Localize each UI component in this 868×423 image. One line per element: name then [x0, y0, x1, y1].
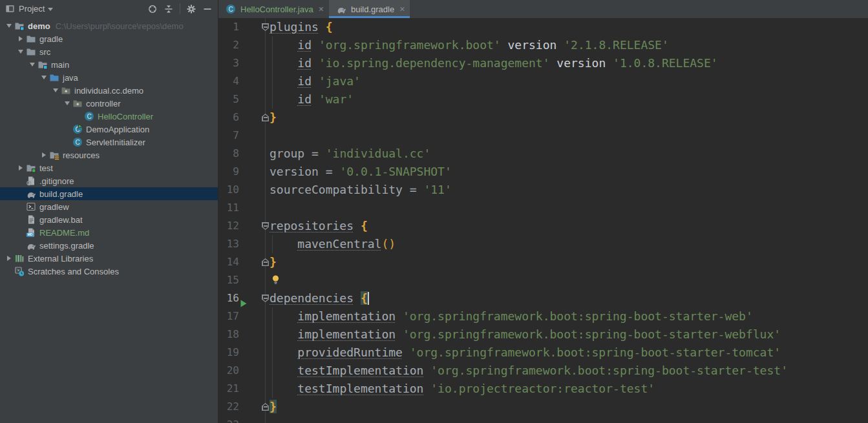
code-token-plain: version =	[270, 165, 339, 178]
tree-item-label: resources	[63, 150, 100, 160]
gutter: 17	[218, 307, 265, 325]
chevron-collapsed-icon[interactable]	[15, 36, 26, 41]
tree-item-main[interactable]: main	[0, 58, 218, 71]
gutter: 23	[218, 416, 265, 423]
svg-text:C: C	[228, 6, 233, 13]
indent-guide	[272, 235, 273, 253]
code-line-6[interactable]: 6}	[218, 108, 868, 127]
tree-item-label: src	[39, 47, 50, 57]
tree-item-gradle[interactable]: gradle	[0, 32, 218, 45]
code-editor[interactable]: 1plugins {2 id 'org.springframework.boot…	[218, 18, 868, 423]
tab-close-icon[interactable]: ×	[319, 5, 324, 14]
chevron-collapsed-icon[interactable]	[15, 165, 26, 170]
tree-item-build-gradle[interactable]: build.gradle	[0, 187, 218, 200]
chevron-collapsed-icon[interactable]	[3, 256, 14, 261]
tab-close-icon[interactable]: ×	[399, 5, 405, 14]
code-token-plain: sourceCompatibility =	[270, 183, 423, 196]
code-line-14[interactable]: 14}	[218, 253, 868, 271]
project-panel-title[interactable]: Project	[19, 4, 45, 14]
code-line-17[interactable]: 17 implementation 'org.springframework.b…	[218, 307, 868, 325]
code-line-19[interactable]: 19 providedRuntime 'org.springframework.…	[218, 344, 868, 362]
tree-item-scratches-and-consoles[interactable]: Scratches and Consoles	[0, 265, 218, 278]
tree-item-settings-gradle[interactable]: settings.gradle	[0, 239, 218, 252]
code-text: version = '0.0.1-SNAPSHOT'	[265, 163, 452, 181]
tab-build-gradle[interactable]: build.gradle×	[329, 0, 410, 18]
line-number: 17	[227, 307, 239, 325]
tree-item-hellocontroller[interactable]: CHelloController	[0, 110, 218, 123]
tree-item-servletinitializer[interactable]: CServletInitializer	[0, 136, 218, 149]
hide-icon[interactable]	[202, 4, 213, 14]
code-token-plain	[312, 38, 319, 52]
fold-close-icon[interactable]	[262, 258, 269, 266]
code-line-12[interactable]: 12repositories {	[218, 217, 868, 235]
code-line-11[interactable]: 11	[218, 199, 868, 217]
gutter: 8	[218, 145, 265, 163]
gutter: 18	[218, 325, 265, 344]
chevron-expanded-icon[interactable]	[61, 101, 72, 105]
chevron-expanded-icon[interactable]	[50, 88, 61, 92]
tree-item-external-libraries[interactable]: External Libraries	[0, 252, 218, 265]
fold-open-icon[interactable]	[262, 222, 269, 230]
code-token-string: 'org.springframework.boot:spring-boot-st…	[410, 346, 781, 359]
code-token-string: 'war'	[319, 92, 354, 106]
fold-open-icon[interactable]	[262, 23, 269, 31]
code-text	[265, 127, 270, 145]
chevron-expanded-icon[interactable]	[15, 50, 26, 54]
tree-item-label: build.gradle	[39, 189, 83, 199]
intention-bulb-icon[interactable]	[271, 274, 280, 286]
fold-open-icon[interactable]	[262, 294, 269, 302]
chevron-collapsed-icon[interactable]	[38, 152, 49, 158]
tree-item-src[interactable]: src	[0, 45, 218, 58]
code-line-13[interactable]: 13 mavenCentral()	[218, 235, 868, 253]
tree-item-controller[interactable]: controller	[0, 97, 218, 110]
tree-item--gitignore[interactable]: .gitignore	[0, 174, 218, 187]
tree-item-java[interactable]: java	[0, 71, 218, 84]
locate-icon[interactable]	[147, 4, 158, 14]
code-line-9[interactable]: 9version = '0.0.1-SNAPSHOT'	[218, 163, 868, 181]
chevron-down-icon[interactable]	[48, 8, 53, 11]
code-line-4[interactable]: 4 id 'java'	[218, 72, 868, 90]
fold-close-icon[interactable]	[262, 114, 269, 121]
code-line-7[interactable]: 7	[218, 127, 868, 145]
tree-item-individual-cc-demo[interactable]: individual.cc.demo	[0, 84, 218, 97]
project-tool-window: Project demoC:\Users\purpl\source\repos\…	[0, 0, 218, 423]
code-line-8[interactable]: 8group = 'individual.cc'	[218, 145, 868, 163]
code-token-method: id	[297, 74, 312, 88]
line-number: 4	[233, 72, 239, 90]
code-line-20[interactable]: 20 testImplementation 'org.springframewo…	[218, 362, 868, 380]
tree-item-resources[interactable]: resources	[0, 149, 218, 161]
code-line-15[interactable]: 15	[218, 271, 868, 289]
code-line-10[interactable]: 10sourceCompatibility = '11'	[218, 181, 868, 199]
class-icon: C	[72, 137, 83, 147]
code-line-22[interactable]: 22}	[218, 398, 868, 416]
tree-item-gradlew[interactable]: gradlew	[0, 200, 218, 213]
settings-icon[interactable]	[186, 4, 196, 14]
tree-item-gradlew-bat[interactable]: gradlew.bat	[0, 213, 218, 226]
tree-item-demo[interactable]: demoC:\Users\purpl\source\repos\demo	[0, 19, 218, 32]
tab-hellocontroller-java[interactable]: CHelloController.java×	[218, 0, 329, 18]
tree-item-label: settings.gradle	[39, 241, 94, 251]
code-token-plain	[270, 327, 297, 341]
code-line-16[interactable]: 16dependencies {	[218, 289, 868, 307]
chevron-expanded-icon[interactable]	[26, 63, 37, 67]
tree-item-test[interactable]: test	[0, 161, 218, 174]
collapse-all-icon[interactable]	[164, 4, 174, 14]
indent-guide	[272, 36, 273, 54]
code-token-plain	[423, 382, 430, 395]
fold-close-icon[interactable]	[262, 403, 269, 411]
code-line-5[interactable]: 5 id 'war'	[218, 90, 868, 108]
code-line-21[interactable]: 21 testImplementation 'io.projectreactor…	[218, 380, 868, 398]
chevron-expanded-icon[interactable]	[38, 76, 49, 79]
indent-guide	[272, 344, 273, 362]
run-icon[interactable]	[240, 294, 247, 302]
gutter: 20	[218, 362, 265, 380]
chevron-expanded-glyph	[30, 63, 35, 67]
chevron-expanded-icon[interactable]	[3, 24, 14, 28]
code-line-3[interactable]: 3 id 'io.spring.dependency-management' v…	[218, 54, 868, 72]
code-line-1[interactable]: 1plugins {	[218, 18, 868, 36]
tree-item-readme-md[interactable]: MDREADME.md	[0, 226, 218, 239]
tree-item-demoapplication[interactable]: CDemoApplication	[0, 123, 218, 136]
code-line-18[interactable]: 18 implementation 'org.springframework.b…	[218, 325, 868, 344]
code-line-2[interactable]: 2 id 'org.springframework.boot' version …	[218, 36, 868, 54]
code-line-23[interactable]: 23	[218, 416, 868, 423]
